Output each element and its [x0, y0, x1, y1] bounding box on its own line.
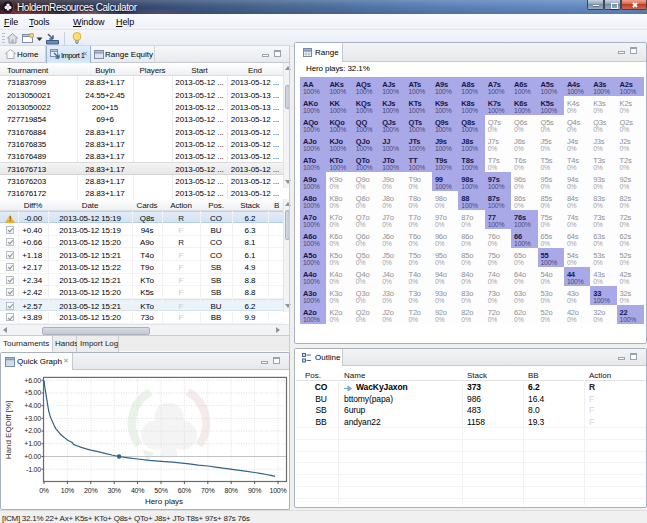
svg-text:+3.00: +3.00: [24, 415, 41, 422]
svg-text:0%: 0%: [39, 487, 49, 494]
svg-text:60%: 60%: [178, 487, 191, 494]
svg-text:30%: 30%: [107, 487, 120, 494]
svg-text:100%: 100%: [269, 487, 286, 494]
svg-text:+1.00: +1.00: [24, 440, 41, 447]
svg-text:+0.00: +0.00: [24, 453, 41, 460]
svg-text:+5.00: +5.00: [24, 389, 41, 396]
svg-text:20%: 20%: [84, 487, 97, 494]
svg-text:Hand EQDiff [%]: Hand EQDiff [%]: [4, 401, 13, 460]
svg-text:90%: 90%: [248, 487, 261, 494]
svg-text:80%: 80%: [224, 487, 237, 494]
svg-text:10%: 10%: [61, 487, 74, 494]
svg-text:50%: 50%: [154, 487, 167, 494]
svg-text:40%: 40%: [131, 487, 144, 494]
svg-text:Hero plays: Hero plays: [145, 497, 183, 506]
svg-text:-1.00: -1.00: [26, 466, 41, 473]
svg-text:70%: 70%: [201, 487, 214, 494]
svg-text:+4.00: +4.00: [24, 402, 41, 409]
svg-text:+6.00: +6.00: [24, 377, 41, 384]
svg-text:+2.00: +2.00: [24, 427, 41, 434]
